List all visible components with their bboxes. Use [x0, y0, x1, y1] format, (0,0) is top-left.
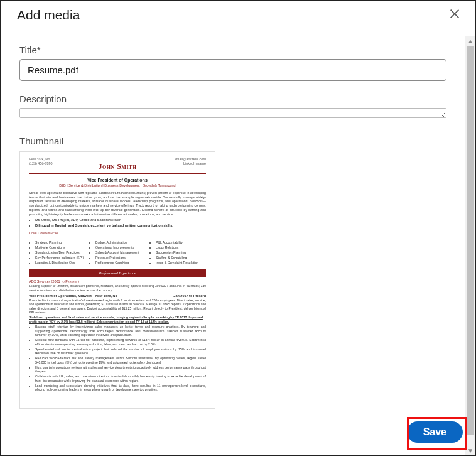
comp-item: Standardization/Best Practices: [35, 251, 85, 255]
professional-experience-banner: Professional Experience: [29, 269, 206, 277]
comp-item: Issue & Complaint Resolution: [156, 261, 206, 265]
comp-item: Revenue Projections: [95, 256, 146, 260]
resume-city: New York, NY: [29, 157, 53, 161]
thumbnail-section: Thumbnail New York, NY (123) 456-7890 em…: [19, 136, 446, 409]
job-bullet: Secured new contracts with 15 top-tier a…: [35, 338, 206, 346]
job-bullet: Collaborate with HR, sales, and operatio…: [35, 374, 206, 383]
modal-body: Title* Description Thumbnail New York, N…: [1, 36, 465, 455]
description-input[interactable]: [19, 108, 446, 118]
job-description: Promoted to turn around organization's l…: [29, 298, 206, 314]
resume-skill: Bilingual in English and Spanish; excell…: [35, 224, 206, 228]
job-role-row: Vice President of Operations, Midwest – …: [29, 294, 206, 298]
scrollbar-thumb[interactable]: [467, 46, 474, 435]
comp-item: P&L Accountability: [156, 241, 206, 245]
modal-title: Add media: [17, 8, 80, 23]
description-field-group: Description: [19, 94, 446, 121]
resume-divider: [29, 237, 206, 237]
job-title: Vice President of Operations, Midwest – …: [29, 294, 117, 298]
job-bullets: Boosted staff retention by incentivizing…: [35, 325, 206, 392]
comp-item: Logistics & Distribution Ops: [35, 261, 85, 265]
resume-email: email@address.com: [175, 157, 206, 161]
core-competencies-label: Core Competencies: [29, 231, 206, 236]
resume-tagline: B2B | Service & Distribution | Business …: [29, 183, 206, 188]
comp-item: Operational Improvements: [95, 246, 146, 250]
comp-item: Key Performance Indicators (KPI): [35, 256, 85, 260]
job-bullet: Spearheaded call center centralization p…: [35, 347, 206, 356]
scrollbar[interactable]: ▲ ▼: [465, 36, 475, 455]
comp-item: Staffing & Scheduling: [156, 256, 206, 260]
resume-linkedin: LinkedIn name: [175, 161, 206, 166]
competencies-columns: Strategic PlanningMulti-site OperationsS…: [29, 241, 206, 266]
comp-item: Multi-site Operations: [35, 246, 85, 250]
comp-item: Succession Planning: [156, 251, 206, 255]
job-bullet: Boosted staff retention by incentivizing…: [35, 325, 206, 337]
title-field-group: Title*: [19, 45, 446, 81]
title-input[interactable]: [19, 59, 446, 81]
save-button[interactable]: Save: [407, 421, 463, 443]
resume-role-title: Vice President of Operations: [29, 177, 206, 183]
comp-col-2: Budget AdministrationOperational Improve…: [95, 241, 146, 266]
comp-item: Strategic Planning: [35, 241, 85, 245]
comp-item: Performance Coaching: [95, 261, 146, 265]
comp-item: Sales & Account Management: [95, 251, 146, 255]
job-dates: Jan 2017 to Present: [173, 294, 206, 298]
comp-item: Labor Relations: [156, 246, 206, 250]
resume-skill: MS Office, MS Project, ADP, Oracle and S…: [35, 218, 206, 222]
resume-divider: [29, 173, 206, 174]
resume-phone: (123) 456-7890: [29, 161, 53, 166]
job-company: ABC Services (2001 to Present): [29, 280, 206, 284]
add-media-modal: Add media ▲ ▼ Title* Description Thumbna…: [0, 0, 476, 456]
title-label: Title*: [19, 45, 446, 55]
job-highlight: Stabilized operations and fixed sales an…: [29, 315, 206, 323]
thumbnail-label: Thumbnail: [19, 136, 446, 146]
job-bullet: Lead mentoring and succession planning i…: [35, 384, 206, 392]
comp-item: Budget Administration: [95, 241, 146, 245]
job-bullet: Reduced vehicle-related risk and liabili…: [35, 356, 206, 364]
modal-header: Add media: [1, 1, 475, 35]
comp-col-3: P&L AccountabilityLabor RelationsSuccess…: [156, 241, 206, 266]
job-company-desc: Leading supplier of uniforms, cleanroom …: [29, 284, 206, 292]
job-bullet: Host quarterly operations reviews with s…: [35, 366, 206, 374]
close-icon[interactable]: [448, 7, 462, 23]
resume-summary: Senior-level operations executive with r…: [29, 191, 206, 217]
comp-col-1: Strategic PlanningMulti-site OperationsS…: [35, 241, 85, 266]
scroll-up-arrow[interactable]: ▲: [465, 36, 475, 46]
description-label: Description: [19, 94, 446, 104]
modal-footer: Save: [1, 414, 475, 455]
resume-skills-list: MS Office, MS Project, ADP, Oracle and S…: [35, 218, 206, 228]
thumbnail-preview: New York, NY (123) 456-7890 email@addres…: [19, 151, 215, 409]
